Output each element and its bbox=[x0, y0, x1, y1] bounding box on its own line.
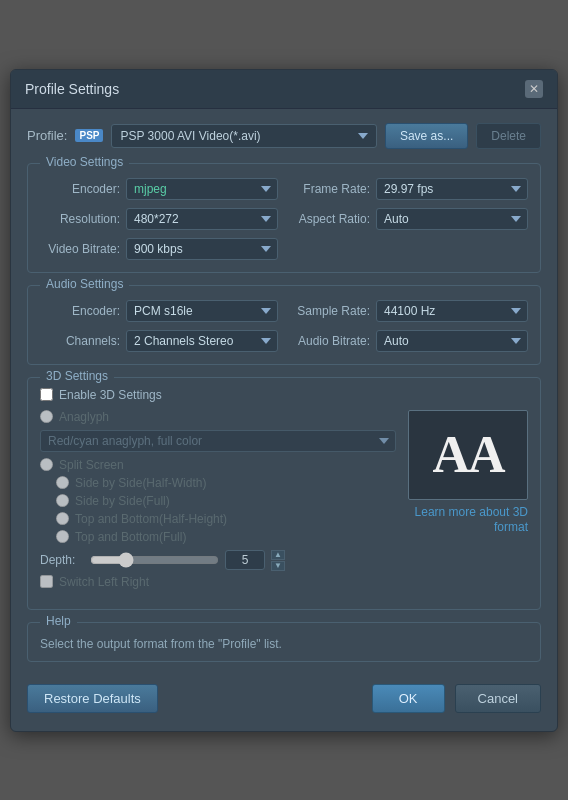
dialog-title: Profile Settings bbox=[25, 81, 119, 97]
top-bottom-half-radio[interactable] bbox=[56, 512, 69, 525]
anaglyph-select[interactable]: Red/cyan anaglyph, full color bbox=[40, 430, 396, 452]
three-d-left: Anaglyph Red/cyan anaglyph, full color S… bbox=[40, 410, 396, 597]
anaglyph-radio[interactable] bbox=[40, 410, 53, 423]
encoder-select[interactable]: mjpeg bbox=[126, 178, 278, 200]
three-d-preview-area: AA Learn more about 3D format bbox=[408, 410, 528, 597]
top-bottom-full-row: Top and Bottom(Full) bbox=[56, 530, 396, 544]
video-bitrate-label: Video Bitrate: bbox=[40, 242, 120, 256]
aspect-ratio-row: Aspect Ratio: Auto bbox=[290, 208, 528, 230]
resolution-select[interactable]: 480*272 bbox=[126, 208, 278, 230]
split-screen-label: Split Screen bbox=[59, 458, 124, 472]
channels-select[interactable]: 2 Channels Stereo bbox=[126, 330, 278, 352]
enable-3d-row: Enable 3D Settings bbox=[40, 388, 528, 402]
side-by-side-full-row: Side by Side(Full) bbox=[56, 494, 396, 508]
learn-more-link[interactable]: Learn more about 3D format bbox=[415, 505, 528, 534]
audio-encoder-select[interactable]: PCM s16le bbox=[126, 300, 278, 322]
sample-rate-select[interactable]: 44100 Hz bbox=[376, 300, 528, 322]
split-screen-row: Split Screen bbox=[40, 458, 396, 472]
video-settings-grid: Encoder: mjpeg Frame Rate: 29.97 fps Res… bbox=[40, 178, 528, 260]
aspect-ratio-label: Aspect Ratio: bbox=[290, 212, 370, 226]
close-button[interactable]: ✕ bbox=[525, 80, 543, 98]
video-bitrate-row: Video Bitrate: 900 kbps bbox=[40, 238, 278, 260]
right-buttons: OK Cancel bbox=[372, 684, 541, 713]
top-bottom-half-row: Top and Bottom(Half-Height) bbox=[56, 512, 396, 526]
bottom-bar: Restore Defaults OK Cancel bbox=[27, 676, 541, 717]
learn-more-row: Learn more about 3D format bbox=[408, 504, 528, 534]
profile-row: Profile: PSP PSP 3000 AVI Video(*.avi) S… bbox=[27, 123, 541, 149]
switch-lr-label: Switch Left Right bbox=[59, 575, 149, 589]
depth-label: Depth: bbox=[40, 553, 84, 567]
video-settings-section: Video Settings Encoder: mjpeg Frame Rate… bbox=[27, 163, 541, 273]
profile-select[interactable]: PSP 3000 AVI Video(*.avi) bbox=[111, 124, 376, 148]
side-by-side-half-label: Side by Side(Half-Width) bbox=[75, 476, 206, 490]
enable-3d-label[interactable]: Enable 3D Settings bbox=[59, 388, 162, 402]
aa-preview: AA bbox=[408, 410, 528, 500]
profile-label: Profile: bbox=[27, 128, 67, 143]
channels-row: Channels: 2 Channels Stereo bbox=[40, 330, 278, 352]
frame-rate-row: Frame Rate: 29.97 fps bbox=[290, 178, 528, 200]
frame-rate-label: Frame Rate: bbox=[290, 182, 370, 196]
psp-badge: PSP bbox=[75, 129, 103, 142]
cancel-button[interactable]: Cancel bbox=[455, 684, 541, 713]
side-by-side-half-row: Side by Side(Half-Width) bbox=[56, 476, 396, 490]
encoder-label: Encoder: bbox=[40, 182, 120, 196]
audio-settings-grid: Encoder: PCM s16le Sample Rate: 44100 Hz… bbox=[40, 300, 528, 352]
delete-button: Delete bbox=[476, 123, 541, 149]
restore-defaults-button[interactable]: Restore Defaults bbox=[27, 684, 158, 713]
depth-slider[interactable] bbox=[90, 552, 219, 568]
resolution-row: Resolution: 480*272 bbox=[40, 208, 278, 230]
audio-settings-section: Audio Settings Encoder: PCM s16le Sample… bbox=[27, 285, 541, 365]
profile-settings-dialog: Profile Settings ✕ Profile: PSP PSP 3000… bbox=[10, 69, 558, 732]
split-screen-radio[interactable] bbox=[40, 458, 53, 471]
side-by-side-half-radio[interactable] bbox=[56, 476, 69, 489]
video-bitrate-select[interactable]: 900 kbps bbox=[126, 238, 278, 260]
frame-rate-select[interactable]: 29.97 fps bbox=[376, 178, 528, 200]
three-d-settings-title: 3D Settings bbox=[40, 369, 114, 383]
side-by-side-full-radio[interactable] bbox=[56, 494, 69, 507]
three-d-settings-section: 3D Settings Enable 3D Settings Anaglyph … bbox=[27, 377, 541, 610]
aa-preview-text: AA bbox=[432, 425, 503, 484]
sample-rate-label: Sample Rate: bbox=[290, 304, 370, 318]
switch-lr-checkbox[interactable] bbox=[40, 575, 53, 588]
dialog-content: Profile: PSP PSP 3000 AVI Video(*.avi) S… bbox=[11, 109, 557, 731]
video-settings-title: Video Settings bbox=[40, 155, 129, 169]
split-screen-options: Side by Side(Half-Width) Side by Side(Fu… bbox=[56, 476, 396, 544]
audio-bitrate-label: Audio Bitrate: bbox=[290, 334, 370, 348]
switch-lr-row: Switch Left Right bbox=[40, 575, 396, 589]
depth-arrows: ▲ ▼ bbox=[271, 550, 285, 571]
three-d-content: Anaglyph Red/cyan anaglyph, full color S… bbox=[40, 410, 528, 597]
audio-encoder-row: Encoder: PCM s16le bbox=[40, 300, 278, 322]
encoder-row: Encoder: mjpeg bbox=[40, 178, 278, 200]
audio-bitrate-select[interactable]: Auto bbox=[376, 330, 528, 352]
anaglyph-row: Anaglyph bbox=[40, 410, 396, 424]
audio-settings-title: Audio Settings bbox=[40, 277, 129, 291]
help-title: Help bbox=[40, 614, 77, 628]
anaglyph-label: Anaglyph bbox=[59, 410, 109, 424]
depth-down-button[interactable]: ▼ bbox=[271, 561, 285, 571]
depth-value-input[interactable] bbox=[225, 550, 265, 570]
top-bottom-half-label: Top and Bottom(Half-Height) bbox=[75, 512, 227, 526]
audio-bitrate-row: Audio Bitrate: Auto bbox=[290, 330, 528, 352]
audio-encoder-label: Encoder: bbox=[40, 304, 120, 318]
enable-3d-checkbox[interactable] bbox=[40, 388, 53, 401]
top-bottom-full-radio[interactable] bbox=[56, 530, 69, 543]
aspect-ratio-select[interactable]: Auto bbox=[376, 208, 528, 230]
resolution-label: Resolution: bbox=[40, 212, 120, 226]
save-as-button[interactable]: Save as... bbox=[385, 123, 468, 149]
top-bottom-full-label: Top and Bottom(Full) bbox=[75, 530, 186, 544]
help-text: Select the output format from the "Profi… bbox=[40, 637, 528, 651]
sample-rate-row: Sample Rate: 44100 Hz bbox=[290, 300, 528, 322]
side-by-side-full-label: Side by Side(Full) bbox=[75, 494, 170, 508]
ok-button[interactable]: OK bbox=[372, 684, 445, 713]
depth-up-button[interactable]: ▲ bbox=[271, 550, 285, 560]
channels-label: Channels: bbox=[40, 334, 120, 348]
title-bar: Profile Settings ✕ bbox=[11, 70, 557, 109]
depth-row: Depth: ▲ ▼ bbox=[40, 550, 396, 571]
help-section: Help Select the output format from the "… bbox=[27, 622, 541, 662]
